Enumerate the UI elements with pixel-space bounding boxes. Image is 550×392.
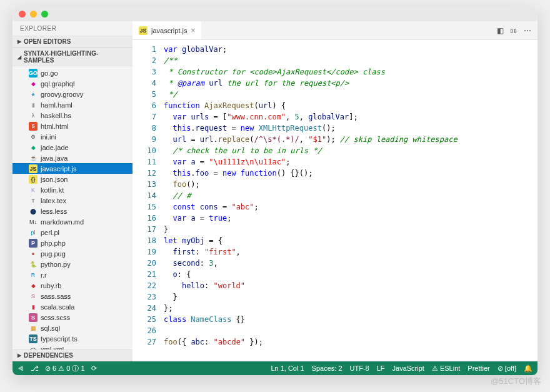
file-item[interactable]: ☕java.java (12, 153, 132, 163)
section-label: SYNTAX-HIGHLIGHTING-SAMPLES (24, 50, 128, 64)
file-name: latex.tex (41, 197, 66, 204)
zoom-icon[interactable] (41, 11, 48, 18)
file-icon: S (29, 292, 38, 301)
file-item[interactable]: plperl.pl (12, 227, 132, 238)
file-item[interactable]: ⬤less.less (12, 206, 132, 216)
section-dependencies[interactable]: ▶ DEPENDENCIES (12, 349, 132, 361)
file-item[interactable]: 5html.html (12, 121, 132, 131)
file-item[interactable]: ▦sql.sql (12, 323, 132, 333)
file-item[interactable]: JSjavascript.js (12, 163, 132, 174)
indentation[interactable]: Spaces: 2 (312, 364, 342, 372)
file-icon: P (29, 239, 38, 248)
file-name: kotlin.kt (41, 186, 64, 194)
file-item[interactable]: ◆ruby.rb (12, 280, 132, 291)
eol[interactable]: LF (377, 364, 385, 372)
file-icon: R (29, 271, 38, 279)
close-icon[interactable] (19, 11, 26, 18)
encoding[interactable]: UTF-8 (350, 364, 369, 372)
chevron-right-icon: ▶ (18, 353, 21, 358)
file-item[interactable]: ⚙ini.ini (12, 131, 132, 142)
file-item[interactable]: TStypescript.ts (12, 333, 132, 344)
file-item[interactable]: ★groovy.groovy (12, 89, 132, 99)
cursor-position[interactable]: Ln 1, Col 1 (271, 364, 304, 372)
file-item[interactable]: ●pug.pug (12, 248, 132, 259)
file-name: html.html (41, 123, 69, 130)
tabbar: JS javascript.js × ◧ ⫾⫾ ⋯ (132, 21, 538, 40)
file-name: sql.sql (41, 324, 60, 332)
file-item[interactable]: GOgo.go (12, 68, 132, 78)
file-name: json.json (41, 176, 68, 183)
sync-icon[interactable]: ⟳ (91, 364, 97, 373)
file-name: markdown.md (41, 218, 84, 226)
file-item[interactable]: Sscss.scss (12, 312, 132, 323)
git-branch[interactable]: ⎇ (31, 364, 39, 373)
file-item[interactable]: <>xml.xml (12, 344, 132, 349)
file-name: php.php (41, 239, 66, 247)
file-icon: ▦ (29, 324, 38, 333)
section-project[interactable]: ◢ SYNTAX-HIGHLIGHTING-SAMPLES (12, 48, 132, 66)
file-icon: ★ (29, 90, 38, 99)
language-mode[interactable]: JavaScript (392, 364, 424, 372)
file-icon: ▮ (29, 303, 38, 311)
file-item[interactable]: Tlatex.tex (12, 195, 132, 206)
file-icon: ⚙ (29, 133, 38, 141)
file-name: r.r (41, 271, 47, 279)
file-name: scss.scss (41, 314, 70, 321)
bell-icon[interactable]: 🔔 (524, 364, 532, 373)
problems[interactable]: ⊘ 6 ⚠ 0 ⓘ 1 (45, 364, 85, 373)
minimize-icon[interactable] (30, 11, 37, 18)
editor-area: JS javascript.js × ◧ ⫾⫾ ⋯ 12345678910111… (132, 21, 538, 361)
file-icon: M↓ (29, 218, 38, 226)
file-name: groovy.groovy (41, 91, 83, 98)
file-tree[interactable]: GOgo.go◆gql.graphql★groovy.groovy▮haml.h… (12, 66, 132, 349)
prettier-status[interactable]: Prettier (468, 364, 489, 372)
tab-javascript[interactable]: JS javascript.js × (132, 21, 201, 39)
tab-actions: ◧ ⫾⫾ ⋯ (491, 21, 538, 39)
file-name: java.java (41, 154, 68, 162)
remote-icon[interactable]: ⫷ (18, 364, 24, 372)
file-item[interactable]: M↓markdown.md (12, 216, 132, 227)
compare-icon[interactable]: ◧ (497, 26, 504, 35)
file-item[interactable]: ▮scala.scala (12, 301, 132, 312)
file-icon: {} (29, 175, 38, 184)
more-icon[interactable]: ⋯ (524, 26, 531, 35)
off-status[interactable]: ⊘ [off] (498, 364, 516, 373)
file-name: gql.graphql (41, 80, 74, 88)
file-icon: λ (29, 111, 38, 120)
file-name: haml.haml (41, 101, 72, 109)
section-label: OPEN EDITORS (24, 38, 71, 45)
file-icon: T (29, 196, 38, 205)
split-icon[interactable]: ⫾⫾ (510, 26, 518, 35)
file-name: ruby.rb (41, 282, 61, 289)
file-icon: ◆ (29, 79, 38, 88)
file-icon: 🐍 (29, 260, 38, 269)
file-item[interactable]: {}json.json (12, 174, 132, 184)
file-name: haskell.hs (41, 112, 71, 119)
file-item[interactable]: λhaskell.hs (12, 110, 132, 121)
file-name: jade.jade (41, 144, 69, 151)
vscode-window: EXPLORER ▶ OPEN EDITORS ◢ SYNTAX-HIGHLIG… (12, 6, 538, 375)
statusbar: ⫷ ⎇ ⊘ 6 ⚠ 0 ⓘ 1 ⟳ Ln 1, Col 1 Spaces: 2 … (12, 361, 538, 375)
chevron-down-icon: ◢ (18, 54, 21, 60)
file-item[interactable]: Rr.r (12, 269, 132, 280)
file-name: python.py (41, 261, 71, 268)
file-icon: ◆ (29, 281, 38, 290)
sidebar: EXPLORER ▶ OPEN EDITORS ◢ SYNTAX-HIGHLIG… (12, 21, 132, 361)
file-name: scala.scala (41, 303, 74, 311)
file-item[interactable]: Ssass.sass (12, 291, 132, 301)
file-item[interactable]: Pphp.php (12, 238, 132, 248)
file-item[interactable]: ▮haml.haml (12, 99, 132, 110)
eslint-status[interactable]: ⚠ ESLint (432, 364, 460, 373)
line-gutter: 1234567891011121314151617181920212223242… (132, 40, 164, 361)
file-item[interactable]: ◆jade.jade (12, 142, 132, 153)
file-icon: JS (29, 164, 38, 173)
file-item[interactable]: ◆gql.graphql (12, 78, 132, 89)
file-item[interactable]: 🐍python.py (12, 259, 132, 269)
file-item[interactable]: Kkotlin.kt (12, 184, 132, 195)
code-editor[interactable]: 1234567891011121314151617181920212223242… (132, 40, 538, 361)
section-open-editors[interactable]: ▶ OPEN EDITORS (12, 36, 132, 48)
close-icon[interactable]: × (191, 26, 195, 35)
file-icon: 5 (29, 122, 38, 131)
tab-label: javascript.js (151, 27, 187, 34)
code-lines[interactable]: var globalVar;/** * Constructor for <cod… (164, 40, 458, 361)
